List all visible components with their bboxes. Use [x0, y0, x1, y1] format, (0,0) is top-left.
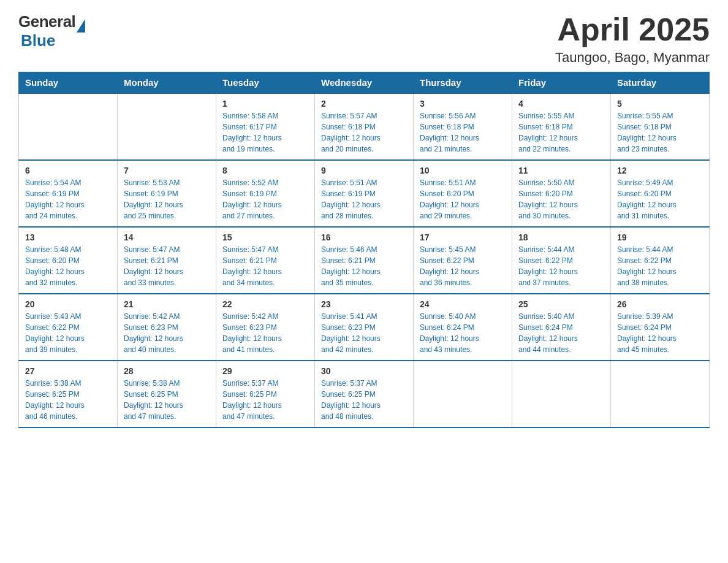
- calendar-cell: 29Sunrise: 5:37 AM Sunset: 6:25 PM Dayli…: [216, 361, 315, 427]
- calendar-cell: 6Sunrise: 5:54 AM Sunset: 6:19 PM Daylig…: [19, 160, 118, 227]
- calendar-cell: 21Sunrise: 5:42 AM Sunset: 6:23 PM Dayli…: [118, 294, 216, 361]
- calendar-cell: 13Sunrise: 5:48 AM Sunset: 6:20 PM Dayli…: [19, 227, 118, 294]
- calendar-cell: 3Sunrise: 5:56 AM Sunset: 6:18 PM Daylig…: [414, 93, 512, 160]
- day-number: 16: [321, 232, 407, 242]
- day-number: 6: [25, 166, 111, 175]
- day-info: Sunrise: 5:37 AM Sunset: 6:25 PM Dayligh…: [222, 378, 308, 422]
- day-number: 12: [617, 166, 703, 175]
- day-number: 28: [124, 366, 210, 376]
- calendar-cell: 19Sunrise: 5:44 AM Sunset: 6:22 PM Dayli…: [611, 227, 710, 294]
- day-number: 10: [420, 166, 506, 175]
- calendar-cell: 4Sunrise: 5:55 AM Sunset: 6:18 PM Daylig…: [512, 93, 611, 160]
- day-info: Sunrise: 5:45 AM Sunset: 6:22 PM Dayligh…: [420, 244, 506, 288]
- calendar-cell: 17Sunrise: 5:45 AM Sunset: 6:22 PM Dayli…: [414, 227, 512, 294]
- day-number: 4: [518, 99, 604, 109]
- day-info: Sunrise: 5:42 AM Sunset: 6:23 PM Dayligh…: [222, 311, 308, 355]
- calendar-cell: [19, 93, 118, 160]
- calendar-cell: [118, 93, 216, 160]
- calendar-week-row: 13Sunrise: 5:48 AM Sunset: 6:20 PM Dayli…: [19, 227, 710, 294]
- day-number: 7: [124, 166, 210, 175]
- calendar-header-wednesday: Wednesday: [315, 72, 414, 94]
- calendar-header-thursday: Thursday: [414, 72, 512, 94]
- day-number: 13: [25, 232, 111, 242]
- calendar-cell: 14Sunrise: 5:47 AM Sunset: 6:21 PM Dayli…: [118, 227, 216, 294]
- day-info: Sunrise: 5:56 AM Sunset: 6:18 PM Dayligh…: [420, 110, 506, 155]
- day-info: Sunrise: 5:50 AM Sunset: 6:20 PM Dayligh…: [518, 177, 604, 221]
- calendar-cell: [611, 361, 710, 427]
- day-number: 15: [222, 232, 308, 242]
- calendar-cell: 27Sunrise: 5:38 AM Sunset: 6:25 PM Dayli…: [19, 361, 118, 427]
- month-title: April 2025: [555, 12, 710, 47]
- calendar-cell: 9Sunrise: 5:51 AM Sunset: 6:19 PM Daylig…: [315, 160, 414, 227]
- day-number: 19: [617, 232, 703, 242]
- day-info: Sunrise: 5:44 AM Sunset: 6:22 PM Dayligh…: [518, 244, 604, 288]
- location-title: Taungoo, Bago, Myanmar: [555, 50, 710, 66]
- day-number: 2: [321, 99, 407, 109]
- day-number: 24: [420, 299, 506, 309]
- day-number: 14: [124, 232, 210, 242]
- day-info: Sunrise: 5:42 AM Sunset: 6:23 PM Dayligh…: [124, 311, 210, 355]
- day-number: 9: [321, 166, 407, 175]
- day-number: 3: [420, 99, 506, 109]
- calendar-cell: 18Sunrise: 5:44 AM Sunset: 6:22 PM Dayli…: [512, 227, 611, 294]
- day-number: 29: [222, 366, 308, 376]
- day-info: Sunrise: 5:41 AM Sunset: 6:23 PM Dayligh…: [321, 311, 407, 355]
- day-info: Sunrise: 5:40 AM Sunset: 6:24 PM Dayligh…: [518, 311, 604, 355]
- day-number: 27: [25, 366, 111, 376]
- title-area: April 2025 Taungoo, Bago, Myanmar: [555, 12, 710, 66]
- calendar-cell: 8Sunrise: 5:52 AM Sunset: 6:19 PM Daylig…: [216, 160, 315, 227]
- day-number: 23: [321, 299, 407, 309]
- calendar-cell: [512, 361, 611, 427]
- logo: General Blue: [18, 12, 85, 50]
- day-number: 11: [518, 166, 604, 175]
- calendar-cell: 26Sunrise: 5:39 AM Sunset: 6:24 PM Dayli…: [611, 294, 710, 361]
- day-info: Sunrise: 5:54 AM Sunset: 6:19 PM Dayligh…: [25, 177, 111, 221]
- day-number: 22: [222, 299, 308, 309]
- calendar-cell: 20Sunrise: 5:43 AM Sunset: 6:22 PM Dayli…: [19, 294, 118, 361]
- day-info: Sunrise: 5:44 AM Sunset: 6:22 PM Dayligh…: [617, 244, 703, 288]
- calendar-cell: 5Sunrise: 5:55 AM Sunset: 6:18 PM Daylig…: [611, 93, 710, 160]
- calendar-cell: 28Sunrise: 5:38 AM Sunset: 6:25 PM Dayli…: [118, 361, 216, 427]
- day-number: 20: [25, 299, 111, 309]
- day-info: Sunrise: 5:46 AM Sunset: 6:21 PM Dayligh…: [321, 244, 407, 288]
- day-info: Sunrise: 5:47 AM Sunset: 6:21 PM Dayligh…: [124, 244, 210, 288]
- calendar-cell: 2Sunrise: 5:57 AM Sunset: 6:18 PM Daylig…: [315, 93, 414, 160]
- calendar-cell: 12Sunrise: 5:49 AM Sunset: 6:20 PM Dayli…: [611, 160, 710, 227]
- calendar-cell: 15Sunrise: 5:47 AM Sunset: 6:21 PM Dayli…: [216, 227, 315, 294]
- calendar-cell: 7Sunrise: 5:53 AM Sunset: 6:19 PM Daylig…: [118, 160, 216, 227]
- day-info: Sunrise: 5:53 AM Sunset: 6:19 PM Dayligh…: [124, 177, 210, 221]
- day-number: 18: [518, 232, 604, 242]
- day-info: Sunrise: 5:43 AM Sunset: 6:22 PM Dayligh…: [25, 311, 111, 355]
- calendar-cell: 24Sunrise: 5:40 AM Sunset: 6:24 PM Dayli…: [414, 294, 512, 361]
- calendar-week-row: 27Sunrise: 5:38 AM Sunset: 6:25 PM Dayli…: [19, 361, 710, 427]
- calendar-cell: [414, 361, 512, 427]
- calendar-cell: 1Sunrise: 5:58 AM Sunset: 6:17 PM Daylig…: [216, 93, 315, 160]
- day-number: 1: [222, 99, 308, 109]
- page-header: General Blue April 2025 Taungoo, Bago, M…: [18, 12, 710, 66]
- day-info: Sunrise: 5:37 AM Sunset: 6:25 PM Dayligh…: [321, 378, 407, 422]
- day-info: Sunrise: 5:38 AM Sunset: 6:25 PM Dayligh…: [25, 378, 111, 422]
- day-info: Sunrise: 5:40 AM Sunset: 6:24 PM Dayligh…: [420, 311, 506, 355]
- calendar-table: SundayMondayTuesdayWednesdayThursdayFrid…: [18, 72, 710, 428]
- day-info: Sunrise: 5:51 AM Sunset: 6:19 PM Dayligh…: [321, 177, 407, 221]
- day-number: 5: [617, 99, 703, 109]
- logo-general-text: General: [18, 12, 75, 31]
- calendar-header-friday: Friday: [512, 72, 611, 94]
- calendar-cell: 11Sunrise: 5:50 AM Sunset: 6:20 PM Dayli…: [512, 160, 611, 227]
- calendar-cell: 30Sunrise: 5:37 AM Sunset: 6:25 PM Dayli…: [315, 361, 414, 427]
- calendar-cell: 16Sunrise: 5:46 AM Sunset: 6:21 PM Dayli…: [315, 227, 414, 294]
- calendar-cell: 23Sunrise: 5:41 AM Sunset: 6:23 PM Dayli…: [315, 294, 414, 361]
- calendar-cell: 22Sunrise: 5:42 AM Sunset: 6:23 PM Dayli…: [216, 294, 315, 361]
- day-info: Sunrise: 5:51 AM Sunset: 6:20 PM Dayligh…: [420, 177, 506, 221]
- day-info: Sunrise: 5:49 AM Sunset: 6:20 PM Dayligh…: [617, 177, 703, 221]
- calendar-cell: 10Sunrise: 5:51 AM Sunset: 6:20 PM Dayli…: [414, 160, 512, 227]
- day-number: 8: [222, 166, 308, 175]
- calendar-week-row: 20Sunrise: 5:43 AM Sunset: 6:22 PM Dayli…: [19, 294, 710, 361]
- day-number: 26: [617, 299, 703, 309]
- logo-triangle-icon: [77, 19, 85, 33]
- day-info: Sunrise: 5:39 AM Sunset: 6:24 PM Dayligh…: [617, 311, 703, 355]
- calendar-header-row: SundayMondayTuesdayWednesdayThursdayFrid…: [19, 72, 710, 94]
- day-info: Sunrise: 5:48 AM Sunset: 6:20 PM Dayligh…: [25, 244, 111, 288]
- day-info: Sunrise: 5:55 AM Sunset: 6:18 PM Dayligh…: [518, 110, 604, 155]
- day-number: 25: [518, 299, 604, 309]
